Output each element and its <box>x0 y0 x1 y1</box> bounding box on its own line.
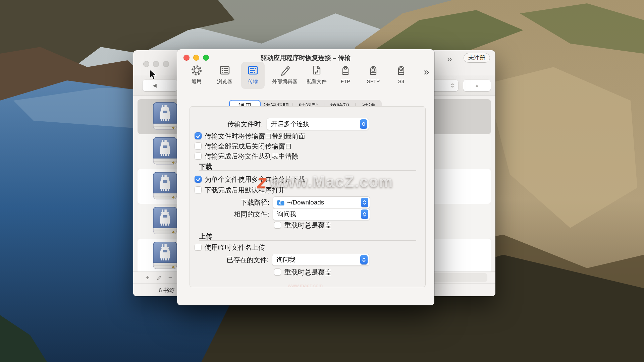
bookmark-drive-icon <box>152 137 178 166</box>
segmented-download-checkbox[interactable] <box>195 176 202 183</box>
toolbar-item-editor[interactable]: 外部编辑器 <box>270 63 300 85</box>
overwrite-download-label: 重载时总是覆盖 <box>284 221 331 229</box>
transfers-icon <box>246 63 260 77</box>
download-section-header: 下载 <box>199 163 212 171</box>
transfer-when-label: 传输文件时: <box>189 120 263 128</box>
dropdown-stepper <box>361 209 368 219</box>
toolbar-overflow-icon[interactable]: » <box>447 54 452 64</box>
bookmark-drive-icon <box>152 206 178 236</box>
pencil-icon <box>278 63 291 77</box>
zoom-button-inactive[interactable] <box>163 61 169 67</box>
toolbar-item-general[interactable]: 通用 <box>181 63 212 85</box>
add-bookmark-button[interactable]: + <box>144 273 152 283</box>
download-path-dropdown[interactable]: ~/Downloads <box>273 196 370 208</box>
section-divider <box>199 170 416 171</box>
s3-drive-icon: a <box>394 63 408 77</box>
bookmark-drive-icon <box>152 241 178 271</box>
dropdown-stepper <box>360 255 368 264</box>
overwrite-upload-checkbox[interactable] <box>274 268 281 276</box>
existing-files-label: 已存在的文件: <box>195 256 269 264</box>
profile-document-icon <box>310 63 323 77</box>
dropdown-stepper <box>360 119 367 129</box>
back-forward-control[interactable]: ◀ <box>143 80 177 91</box>
duplicate-files-dropdown[interactable]: 询问我 <box>273 208 370 220</box>
section-divider <box>199 240 416 241</box>
browser-list-icon <box>218 63 231 77</box>
transfer-when-dropdown[interactable]: 开启多个连接 <box>267 118 369 130</box>
unregistered-button[interactable]: 未注册 <box>464 53 490 63</box>
toolbar-item-transfers[interactable]: 传输 <box>238 63 268 85</box>
existing-files-dropdown[interactable]: 询问我 <box>272 254 369 266</box>
open-default-label: 下载完成后用默认程序打开 <box>205 186 285 194</box>
downloads-folder-icon <box>277 200 284 205</box>
preferences-window: 驱动应用程序时恢复连接 – 传输 通用 浏览器 传输 <box>177 49 434 305</box>
pencil-icon <box>157 275 162 280</box>
toolbar-item-s3[interactable]: a S3 <box>386 63 416 84</box>
bring-front-label: 传输文件时将传输窗口带到最前面 <box>205 132 305 140</box>
bookmark-drive-icon <box>152 172 178 201</box>
toolbar-item-sftp[interactable]: SFTP <box>358 63 388 84</box>
overwrite-download-checkbox[interactable] <box>274 222 281 229</box>
svg-text:a: a <box>400 67 402 71</box>
toolbar-item-ftp[interactable]: FTP <box>330 63 361 84</box>
remove-from-list-checkbox[interactable] <box>195 153 202 160</box>
sftp-lock-drive-icon <box>367 63 380 77</box>
bookmark-drive-icon <box>152 102 178 131</box>
download-path-label: 下载路径: <box>196 198 269 206</box>
toolbar-item-profiles[interactable]: 配置文件 <box>302 63 332 85</box>
dropdown-stepper <box>361 198 368 207</box>
temp-filename-checkbox[interactable] <box>195 244 202 251</box>
open-default-checkbox[interactable] <box>195 186 202 193</box>
edit-bookmark-button[interactable] <box>155 273 163 283</box>
remove-from-list-label: 传输完成后将文件从列表中清除 <box>205 152 299 160</box>
back-icon[interactable]: ◀ <box>143 80 167 91</box>
overwrite-upload-label: 重载时总是覆盖 <box>284 268 331 276</box>
toolbar-overflow-icon[interactable]: » <box>421 66 431 77</box>
duplicate-files-label: 相同的文件: <box>196 210 269 218</box>
sort-ascending-button[interactable]: ▲ <box>463 80 491 91</box>
upload-section-header: 上传 <box>199 232 212 240</box>
temp-filename-label: 使用临时文件名上传 <box>205 243 265 251</box>
gear-icon <box>190 63 203 77</box>
toolbar-item-browser[interactable]: 浏览器 <box>210 63 240 85</box>
chevron-up-down-icon <box>450 82 455 88</box>
segment-divider <box>167 82 167 89</box>
ftp-drive-icon <box>339 63 352 77</box>
remove-bookmark-button[interactable]: − <box>166 273 174 283</box>
bring-front-checkbox[interactable] <box>195 132 202 139</box>
watermark-small: www.macz.com <box>288 283 432 288</box>
minimize-button-inactive[interactable] <box>153 61 159 67</box>
close-button-inactive[interactable] <box>143 61 149 67</box>
window-title: 驱动应用程序时恢复连接 – 传输 <box>177 54 434 62</box>
close-window-label: 传输全部完成后关闭传输窗口 <box>205 142 292 150</box>
mouse-cursor <box>149 69 158 80</box>
segmented-download-label: 为单个文件使用多个连接分片下载 <box>205 175 305 183</box>
close-window-checkbox[interactable] <box>195 142 202 149</box>
